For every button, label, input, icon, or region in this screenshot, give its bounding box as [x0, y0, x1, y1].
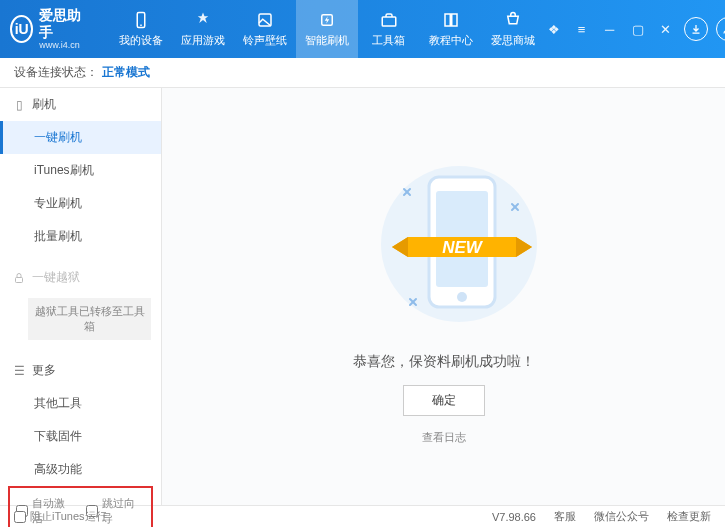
nav-tutorial[interactable]: 教程中心: [420, 0, 482, 58]
toolbox-icon: [379, 10, 399, 30]
success-illustration: NEW: [374, 149, 514, 339]
nav-ringtone[interactable]: 铃声壁纸: [234, 0, 296, 58]
sidebar-item-download-fw[interactable]: 下载固件: [0, 420, 161, 453]
nav-flash[interactable]: 智能刷机: [296, 0, 358, 58]
nav-toolbox[interactable]: 工具箱: [358, 0, 420, 58]
phone-small-icon: ▯: [12, 98, 26, 112]
cart-icon: [503, 10, 523, 30]
app-title: 爱思助手: [39, 7, 84, 41]
app-url: www.i4.cn: [39, 40, 84, 51]
support-link[interactable]: 客服: [554, 509, 576, 524]
logo: iU 爱思助手 www.i4.cn: [10, 7, 85, 51]
apps-icon: [193, 10, 213, 30]
main-content: NEW 恭喜您，保资料刷机成功啦！ 确定 查看日志: [162, 88, 725, 505]
svg-rect-4: [382, 17, 396, 26]
success-message: 恭喜您，保资料刷机成功啦！: [353, 353, 535, 371]
phone-icon: [131, 10, 151, 30]
chk-label: 跳过向导: [102, 496, 146, 526]
minimize-icon[interactable]: ─: [600, 19, 620, 39]
sidebar-item-batch[interactable]: 批量刷机: [0, 220, 161, 253]
window-controls: ❖ ≡ ─ ▢ ✕: [544, 17, 725, 41]
sidebar-item-other-tools[interactable]: 其他工具: [0, 387, 161, 420]
chk-label: 阻止iTunes运行: [30, 509, 107, 524]
maximize-icon[interactable]: ▢: [628, 19, 648, 39]
section-jailbreak: 一键越狱: [0, 261, 161, 294]
ok-button[interactable]: 确定: [403, 385, 485, 416]
app-header: iU 爱思助手 www.i4.cn 我的设备 应用游戏 铃声壁纸 智能刷机 工具…: [0, 0, 725, 58]
nav-label: 铃声壁纸: [243, 33, 287, 48]
status-mode: 正常模式: [102, 64, 150, 81]
top-nav: 我的设备 应用游戏 铃声壁纸 智能刷机 工具箱 教程中心 爱思商城: [110, 0, 544, 58]
nav-my-device[interactable]: 我的设备: [110, 0, 172, 58]
sidebar-item-advanced[interactable]: 高级功能: [0, 453, 161, 486]
chk-block-itunes[interactable]: 阻止iTunes运行: [14, 509, 107, 524]
skin-icon[interactable]: ❖: [544, 19, 564, 39]
view-log-link[interactable]: 查看日志: [422, 430, 466, 445]
section-more[interactable]: ☰ 更多: [0, 354, 161, 387]
svg-rect-6: [16, 277, 23, 282]
status-label: 设备连接状态：: [14, 64, 98, 81]
nav-apps[interactable]: 应用游戏: [172, 0, 234, 58]
close-icon[interactable]: ✕: [656, 19, 676, 39]
sidebar-item-itunes[interactable]: iTunes刷机: [0, 154, 161, 187]
jailbreak-note: 越狱工具已转移至工具箱: [28, 298, 151, 340]
svg-point-10: [457, 292, 467, 302]
lock-icon: [12, 272, 26, 284]
list-icon: ☰: [12, 364, 26, 378]
sidebar-item-one-click[interactable]: 一键刷机: [0, 121, 161, 154]
section-label: 刷机: [32, 96, 56, 113]
menu-icon[interactable]: ≡: [572, 19, 592, 39]
nav-store[interactable]: 爱思商城: [482, 0, 544, 58]
logo-icon: iU: [10, 15, 33, 43]
nav-label: 应用游戏: [181, 33, 225, 48]
version-text: V7.98.66: [492, 511, 536, 523]
user-button[interactable]: [716, 17, 725, 41]
book-icon: [441, 10, 461, 30]
nav-label: 智能刷机: [305, 33, 349, 48]
wechat-link[interactable]: 微信公众号: [594, 509, 649, 524]
nav-label: 教程中心: [429, 33, 473, 48]
sidebar-item-pro[interactable]: 专业刷机: [0, 187, 161, 220]
sidebar: ▯ 刷机 一键刷机 iTunes刷机 专业刷机 批量刷机 一键越狱 越狱工具已转…: [0, 88, 162, 505]
section-label: 更多: [32, 362, 56, 379]
section-label: 一键越狱: [32, 269, 80, 286]
download-button[interactable]: [684, 17, 708, 41]
section-flash[interactable]: ▯ 刷机: [0, 88, 161, 121]
update-link[interactable]: 检查更新: [667, 509, 711, 524]
nav-label: 工具箱: [372, 33, 405, 48]
nav-label: 我的设备: [119, 33, 163, 48]
status-bar: 设备连接状态： 正常模式: [0, 58, 725, 88]
ribbon-text: NEW: [442, 238, 484, 257]
wallpaper-icon: [255, 10, 275, 30]
flash-icon: [317, 10, 337, 30]
nav-label: 爱思商城: [491, 33, 535, 48]
